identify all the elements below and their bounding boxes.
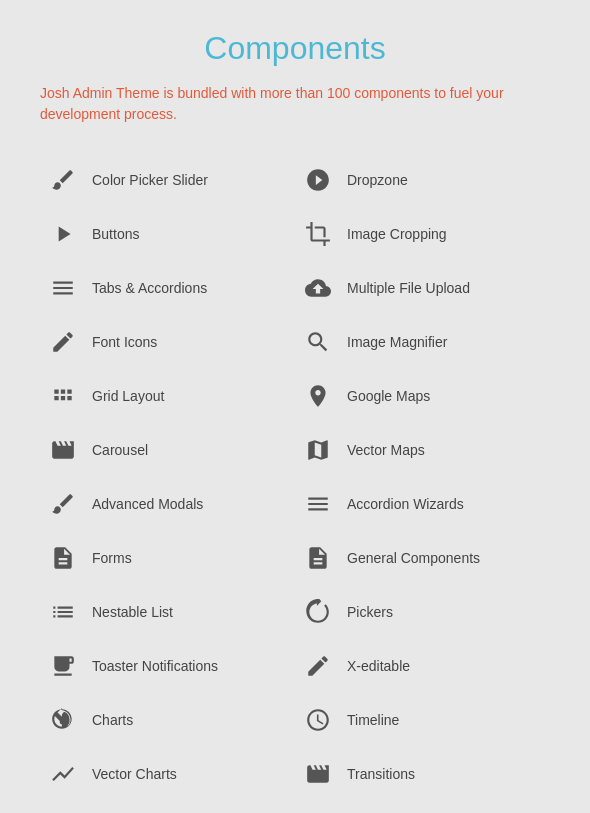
item-label: Dropzone bbox=[347, 172, 408, 188]
list-item[interactable]: Timeline bbox=[295, 693, 550, 747]
item-label: Forms bbox=[92, 550, 132, 566]
list-item[interactable]: Grid Layout bbox=[40, 369, 295, 423]
vector-charts-icon bbox=[46, 757, 80, 791]
item-label: Tabs & Accordions bbox=[92, 280, 207, 296]
pickers-icon bbox=[301, 595, 335, 629]
list-item[interactable]: Toaster Notifications bbox=[40, 639, 295, 693]
components-grid: Color Picker Slider Buttons Tabs & Accor… bbox=[40, 153, 550, 813]
item-label: Multiple File Upload bbox=[347, 280, 470, 296]
dropzone-icon bbox=[301, 163, 335, 197]
item-label: Image Cropping bbox=[347, 226, 447, 242]
list-item[interactable]: Tabs & Accordions bbox=[40, 261, 295, 315]
modals-icon bbox=[46, 487, 80, 521]
item-label: Toaster Notifications bbox=[92, 658, 218, 674]
page-title: Components bbox=[40, 30, 550, 67]
vector-maps-icon bbox=[301, 433, 335, 467]
item-label: Grid Layout bbox=[92, 388, 164, 404]
list-item[interactable]: X-editable bbox=[295, 639, 550, 693]
font-icons-icon bbox=[46, 325, 80, 359]
list-item[interactable]: Image Magnifier bbox=[295, 315, 550, 369]
list-item[interactable]: Vector Maps bbox=[295, 423, 550, 477]
tabs-icon bbox=[46, 271, 80, 305]
item-label: Charts bbox=[92, 712, 133, 728]
item-label: Vector Maps bbox=[347, 442, 425, 458]
item-label: Carousel bbox=[92, 442, 148, 458]
list-item[interactable]: Sliders bbox=[295, 801, 550, 813]
list-item[interactable]: Accordion Wizards bbox=[295, 477, 550, 531]
item-label: Font Icons bbox=[92, 334, 157, 350]
list-item[interactable]: Advanced Modals bbox=[40, 477, 295, 531]
item-label: Nestable List bbox=[92, 604, 173, 620]
list-item[interactable]: Image Cropping bbox=[295, 207, 550, 261]
nestable-icon bbox=[46, 595, 80, 629]
list-item[interactable]: Vector Charts bbox=[40, 747, 295, 801]
list-item[interactable]: Color Picker Slider bbox=[40, 153, 295, 207]
accordion-icon bbox=[301, 487, 335, 521]
image-crop-icon bbox=[301, 217, 335, 251]
general-icon bbox=[301, 541, 335, 575]
list-item[interactable]: Multiple File Upload bbox=[295, 261, 550, 315]
grid-layout-icon bbox=[46, 379, 80, 413]
forms-icon bbox=[46, 541, 80, 575]
item-label: Accordion Wizards bbox=[347, 496, 464, 512]
carousel-icon bbox=[46, 433, 80, 467]
transitions-icon bbox=[301, 757, 335, 791]
item-label: Buttons bbox=[92, 226, 139, 242]
item-label: General Components bbox=[347, 550, 480, 566]
item-label: Timeline bbox=[347, 712, 399, 728]
page-container: Components Josh Admin Theme is bundled w… bbox=[0, 0, 590, 813]
file-upload-icon bbox=[301, 271, 335, 305]
page-subtitle: Josh Admin Theme is bundled with more th… bbox=[40, 83, 550, 125]
item-label: X-editable bbox=[347, 658, 410, 674]
list-item[interactable]: Advanced Data Tables bbox=[40, 801, 295, 813]
item-label: Google Maps bbox=[347, 388, 430, 404]
list-item[interactable]: General Components bbox=[295, 531, 550, 585]
list-item[interactable]: Charts bbox=[40, 693, 295, 747]
list-item[interactable]: Transitions bbox=[295, 747, 550, 801]
item-label: Vector Charts bbox=[92, 766, 177, 782]
list-item[interactable]: Buttons bbox=[40, 207, 295, 261]
item-label: Pickers bbox=[347, 604, 393, 620]
list-item[interactable]: Carousel bbox=[40, 423, 295, 477]
list-item[interactable]: Nestable List bbox=[40, 585, 295, 639]
magnifier-icon bbox=[301, 325, 335, 359]
google-maps-icon bbox=[301, 379, 335, 413]
list-item[interactable]: Font Icons bbox=[40, 315, 295, 369]
list-item[interactable]: Google Maps bbox=[295, 369, 550, 423]
list-item[interactable]: Pickers bbox=[295, 585, 550, 639]
toaster-icon bbox=[46, 649, 80, 683]
right-column: Dropzone Image Cropping Multiple File Up… bbox=[295, 153, 550, 813]
x-editable-icon bbox=[301, 649, 335, 683]
item-label: Image Magnifier bbox=[347, 334, 447, 350]
item-label: Transitions bbox=[347, 766, 415, 782]
color-picker-icon bbox=[46, 163, 80, 197]
list-item[interactable]: Dropzone bbox=[295, 153, 550, 207]
item-label: Advanced Modals bbox=[92, 496, 203, 512]
left-column: Color Picker Slider Buttons Tabs & Accor… bbox=[40, 153, 295, 813]
timeline-icon bbox=[301, 703, 335, 737]
list-item[interactable]: Forms bbox=[40, 531, 295, 585]
buttons-icon bbox=[46, 217, 80, 251]
item-label: Color Picker Slider bbox=[92, 172, 208, 188]
charts-icon bbox=[46, 703, 80, 737]
